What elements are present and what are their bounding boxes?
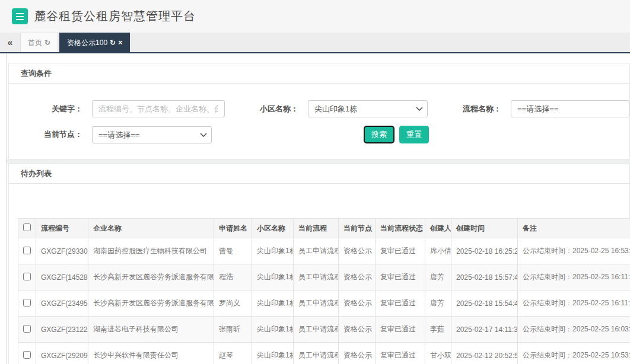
query-form-row-1: 关键字： 小区名称： 尖山印象1栋 流程名称： ==请选 — [9, 100, 629, 117]
refresh-icon[interactable]: ↻ — [44, 39, 50, 47]
todo-table-body: GXGZF(29330)湖南国药控股医疗生物科技有限公司曾曼尖山印象1栋员工申请… — [18, 238, 630, 364]
table-cell: 唐芳 — [425, 264, 451, 290]
page-title: 麓谷租赁公租房智慧管理平台 — [34, 8, 196, 24]
query-form-row-2: 当前节点： ==请选择== 搜索 重置 — [9, 126, 629, 143]
row-checkbox-cell — [18, 317, 36, 343]
close-icon[interactable]: × — [118, 39, 122, 47]
header-checkbox-cell — [18, 219, 36, 238]
keyword-label: 关键字： — [9, 104, 92, 114]
query-conditions-panel: 查询条件 关键字： 小区名称： 尖山印象1栋 流程名称： — [8, 63, 630, 159]
search-button[interactable]: 搜索 — [364, 126, 394, 143]
table-cell: 资格公示 — [339, 290, 376, 317]
table-cell: 员工申请流程 — [294, 238, 339, 264]
column-header: 当前流程 — [294, 219, 339, 238]
table-cell: 资格公示 — [339, 238, 376, 264]
todo-table-container: 流程编号企业名称申请姓名小区名称当前流程当前节点当前流程状态创建人创建时间备注 … — [9, 184, 629, 364]
table-cell: 长沙中兴软件有限责任公司 — [88, 343, 214, 364]
table-row: GXGZF(14528)长沙高新开发区麓谷劳务派遣服务有限公司程浩尖山印象1栋员… — [18, 264, 630, 290]
table-cell: 员工申请流程 — [294, 317, 339, 343]
community-name-select[interactable]: 尖山印象1栋 — [308, 100, 428, 117]
table-row: GXGZF(29330)湖南国药控股医疗生物科技有限公司曾曼尖山印象1栋员工申请… — [18, 238, 630, 264]
keyword-input[interactable] — [92, 100, 225, 117]
table-cell: 尖山印象1栋 — [252, 343, 294, 364]
todo-list-panel: 待办列表 流程编号企业名称申请姓名小区名称当前流程当前 — [8, 163, 630, 364]
table-cell: 复审已通过 — [376, 290, 425, 317]
column-header: 当前节点 — [339, 219, 376, 238]
table-cell: 湖南国药控股医疗生物科技有限公司 — [88, 238, 214, 264]
todo-table-head-row: 流程编号企业名称申请姓名小区名称当前流程当前节点当前流程状态创建人创建时间备注 — [18, 219, 630, 238]
table-cell: 公示结束时间：2025-02-25 16:11:38 — [518, 290, 630, 317]
table-cell: 2025-02-18 15:54:49 — [451, 290, 518, 317]
todo-table: 流程编号企业名称申请姓名小区名称当前流程当前节点当前流程状态创建人创建时间备注 … — [18, 218, 630, 364]
table-cell: 公示结束时间：2025-02-25 10:53:32 — [518, 343, 630, 364]
table-cell: 员工申请流程 — [294, 343, 339, 364]
refresh-icon[interactable]: ↻ — [110, 39, 116, 47]
table-cell: 资格公示 — [339, 317, 376, 343]
table-cell: GXGZF(14528) — [36, 264, 88, 290]
table-cell: 员工申请流程 — [294, 264, 339, 290]
table-cell: 资格公示 — [339, 343, 376, 364]
tab-home[interactable]: 首页 ↻ — [20, 33, 58, 52]
tab-bar: « 首页 ↻ 资格公示100 ↻ × — [0, 33, 630, 53]
table-cell: 罗尚义 — [214, 290, 252, 317]
table-cell: 2025-02-12 20:52:58 — [451, 343, 518, 364]
row-checkbox[interactable] — [23, 325, 31, 333]
table-cell: GXGZF(29330) — [36, 238, 88, 264]
row-checkbox-cell — [18, 238, 36, 264]
column-header: 企业名称 — [88, 219, 214, 238]
row-checkbox[interactable] — [23, 273, 31, 280]
table-row: GXGZF(23122)湖南进芯电子科技有限公司张雨昕尖山印象1栋员工申请流程资… — [18, 317, 630, 343]
row-checkbox-cell — [18, 290, 36, 317]
table-cell: 李茹 — [425, 317, 451, 343]
reset-button[interactable]: 重置 — [399, 126, 429, 143]
table-cell: 甘小双 — [425, 343, 451, 364]
row-checkbox[interactable] — [23, 299, 31, 306]
table-cell: 长沙高新开发区麓谷劳务派遣服务有限公司 — [88, 264, 214, 290]
table-cell: GXGZF(23495) — [36, 290, 88, 317]
table-cell: 2025-02-18 16:25:28 — [451, 238, 518, 264]
page: 麓谷租赁公租房智慧管理平台 « 首页 ↻ 资格公示100 ↻ × 查询条件 关键… — [0, 0, 630, 364]
column-header: 创建时间 — [451, 219, 518, 238]
select-all-checkbox[interactable] — [23, 223, 31, 231]
table-cell: 尖山印象1栋 — [252, 317, 294, 343]
column-header: 小区名称 — [252, 219, 294, 238]
table-cell: 唐芳 — [425, 290, 451, 317]
current-node-label: 当前节点： — [9, 129, 92, 140]
process-name-label: 流程名称： — [428, 104, 511, 114]
process-name-select-wrap: ==请选择== — [511, 100, 629, 117]
community-name-select-wrap: 尖山印象1栋 — [308, 100, 428, 117]
table-cell: GXGZF(23122) — [36, 317, 88, 343]
tab-qualification-label: 资格公示100 — [67, 38, 107, 48]
table-cell: 张雨昕 — [214, 317, 252, 343]
table-cell: 2025-02-17 14:11:36 — [451, 317, 518, 343]
row-checkbox-cell — [18, 264, 36, 290]
table-cell: 复审已通过 — [376, 238, 425, 264]
current-node-select-wrap: ==请选择== — [92, 126, 212, 143]
query-buttons: 搜索 重置 — [364, 126, 429, 143]
row-checkbox[interactable] — [23, 247, 31, 254]
table-cell: 复审已通过 — [376, 264, 425, 290]
todo-panel-title: 待办列表 — [9, 164, 629, 184]
process-name-select[interactable]: ==请选择== — [511, 100, 629, 117]
current-node-select[interactable]: ==请选择== — [92, 126, 212, 143]
column-header: 创建人 — [425, 219, 451, 238]
table-cell: 资格公示 — [339, 264, 376, 290]
tab-qualification-publicity[interactable]: 资格公示100 ↻ × — [59, 33, 130, 52]
app-header: 麓谷租赁公租房智慧管理平台 — [0, 0, 630, 33]
table-cell: GXGZF(29209) — [36, 343, 88, 364]
table-cell: 公示结束时间：2025-02-25 16:53:54 — [518, 238, 630, 264]
table-row: GXGZF(29209)长沙中兴软件有限责任公司赵琴尖山印象1栋员工申请流程资格… — [18, 343, 630, 364]
query-form: 关键字： 小区名称： 尖山印象1栋 流程名称： ==请选 — [9, 84, 629, 159]
table-cell: 湖南进芯电子科技有限公司 — [88, 317, 214, 343]
hamburger-menu-icon[interactable] — [12, 8, 28, 24]
table-cell: 复审已通过 — [376, 317, 425, 343]
table-cell: 程浩 — [214, 264, 252, 290]
column-header: 流程编号 — [36, 219, 88, 238]
row-checkbox[interactable] — [23, 351, 31, 359]
table-cell: 公示结束时间：2025-02-25 16:11:45 — [518, 264, 630, 290]
table-cell: 尖山印象1栋 — [252, 238, 294, 264]
table-cell: 公示结束时间：2025-02-25 16:03:53 — [518, 317, 630, 343]
column-header: 备注 — [518, 219, 630, 238]
table-cell: 员工申请流程 — [294, 290, 339, 317]
collapse-tabs-icon[interactable]: « — [0, 33, 20, 52]
